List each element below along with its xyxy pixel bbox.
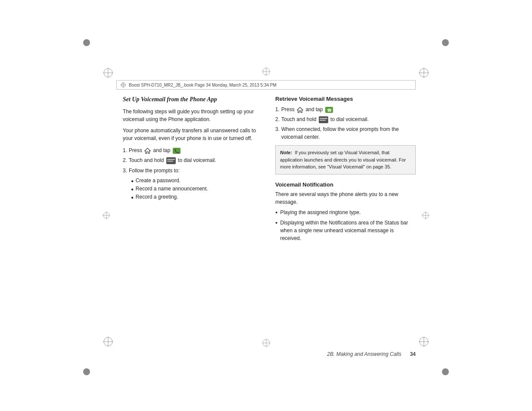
crosshair-top-center <box>261 67 271 76</box>
reg-dot-top-left <box>82 38 91 47</box>
svg-text:☎: ☎ <box>327 108 331 112</box>
right-step-3-text: When connected, follow the voice prompts… <box>281 125 416 141</box>
left-section-title: Set Up Voicemail from the Phone App <box>123 96 263 103</box>
left-step-3: 3. Follow the prompts to: <box>123 167 263 175</box>
left-step-1-and: and tap <box>153 147 170 153</box>
svg-point-13 <box>442 39 449 46</box>
notif-bullet-1: ● Playing the assigned ringtone type. <box>275 209 416 216</box>
notif-bullet-2-text: Displaying within the Notifications area… <box>280 219 416 242</box>
header-bar: Boost SPH-D710_MR2_JB_.book Page 34 Mond… <box>116 80 416 90</box>
right-column: Retrieve Voicemail Messages 1. Press and… <box>275 96 416 359</box>
left-step-1-text: Press and tap 📞 <box>129 146 181 155</box>
svg-point-15 <box>442 368 449 375</box>
home-icon-left-1 <box>144 148 151 154</box>
left-bullet-1: ■ Create a password. <box>131 177 263 185</box>
right-step-2-touch: Touch and hold <box>281 116 316 122</box>
note-box: Note: If you previously set up Visual Vo… <box>275 145 416 174</box>
right-step-1: 1. Press and tap ☎ <box>275 106 416 114</box>
notification-bullets: ● Playing the assigned ringtone type. ● … <box>275 209 416 242</box>
voicemail-icon-left <box>166 157 176 164</box>
phone-icon-left-1: 📞 <box>173 148 180 154</box>
crosshair-bottom-right <box>418 336 430 348</box>
left-step-2-text: Touch and hold to dial voicemail. <box>129 156 216 165</box>
left-bullet-2: ■ Record a name announcement. <box>131 185 263 193</box>
phone-icon-right-1: ☎ <box>325 107 333 113</box>
svg-point-12 <box>83 39 90 46</box>
left-step-2-after: to dial voicemail. <box>178 157 216 163</box>
reg-dot-top-right <box>441 38 450 47</box>
right-section2-title: Voicemail Notification <box>275 181 416 188</box>
right-step-3-num: 3. <box>275 125 280 133</box>
svg-rect-42 <box>320 120 326 121</box>
svg-marker-31 <box>145 148 150 153</box>
note-label: Note: <box>280 150 292 155</box>
left-bullet-3-text: Record a greeting. <box>136 193 178 201</box>
left-intro1: The following steps will guide you throu… <box>123 108 263 123</box>
notif-bullet-1-text: Playing the assigned ringtone type. <box>280 209 361 216</box>
left-bullet-2-text: Record a name announcement. <box>136 185 208 193</box>
svg-point-14 <box>83 368 90 375</box>
crosshair-mid-right <box>421 211 430 220</box>
right-step-2-text: Touch and hold to dial voicemail. <box>281 115 369 124</box>
reg-dot-bottom-left <box>82 367 91 377</box>
left-bullet-3: ■ Record a greeting. <box>131 193 263 201</box>
left-step-2-touch: Touch and hold <box>129 157 164 163</box>
footer-text: 2B. Making and Answering Calls <box>327 351 401 357</box>
home-icon-right-1 <box>297 107 303 113</box>
voicemail-icon-right <box>319 116 328 123</box>
right-step-2: 2. Touch and hold to dial voicemail. <box>275 115 416 124</box>
right-step-1-press: Press <box>281 106 295 112</box>
svg-rect-41 <box>320 118 327 119</box>
right-step-3: 3. When connected, follow the voice prom… <box>275 125 416 141</box>
right-section1-title: Retrieve Voicemail Messages <box>275 96 416 102</box>
footer: 2B. Making and Answering Calls 34 <box>123 351 416 357</box>
right-section2-intro: There are several ways the phone alerts … <box>275 190 416 206</box>
left-step-1-press: Press <box>129 147 142 153</box>
notif-bullet-2: ● Displaying within the Notifications ar… <box>275 219 416 242</box>
right-step-1-num: 1. <box>275 106 280 114</box>
header-crosshair-icon <box>120 82 126 88</box>
left-step-1-num: 1. <box>123 146 127 155</box>
page-number: 34 <box>410 351 416 357</box>
left-bullet-1-text: Create a password. <box>136 177 180 185</box>
content-area: Set Up Voicemail from the Phone App The … <box>123 96 416 359</box>
left-step-3-text: Follow the prompts to: <box>129 167 180 175</box>
header-text: Boost SPH-D710_MR2_JB_.book Page 34 Mond… <box>129 83 277 87</box>
svg-text:📞: 📞 <box>174 149 179 154</box>
reg-dot-bottom-right <box>441 367 450 377</box>
right-step-2-num: 2. <box>275 115 280 124</box>
left-step-3-num: 3. <box>123 167 127 175</box>
left-step-2-num: 2. <box>123 156 127 165</box>
crosshair-top-right <box>418 67 430 79</box>
svg-rect-35 <box>167 159 175 160</box>
left-step-1: 1. Press and tap 📞 <box>123 146 263 155</box>
note-text: If you previously set up Visual Voicemai… <box>280 150 406 169</box>
svg-rect-36 <box>167 161 173 162</box>
left-step-2: 2. Touch and hold to dial voicemail. <box>123 156 263 165</box>
left-intro2: Your phone automatically transfers all u… <box>123 127 263 142</box>
right-step-2-after: to dial voicemail. <box>330 116 369 122</box>
crosshair-mid-left <box>102 211 111 220</box>
right-step-1-and: and tap <box>305 106 323 112</box>
left-column: Set Up Voicemail from the Phone App The … <box>123 96 263 359</box>
svg-marker-37 <box>297 107 303 112</box>
left-sub-bullets: ■ Create a password. ■ Record a name ann… <box>131 177 263 202</box>
right-step-1-text: Press and tap ☎ <box>281 106 334 114</box>
crosshair-bottom-left <box>102 336 114 348</box>
crosshair-top-left <box>102 67 114 79</box>
